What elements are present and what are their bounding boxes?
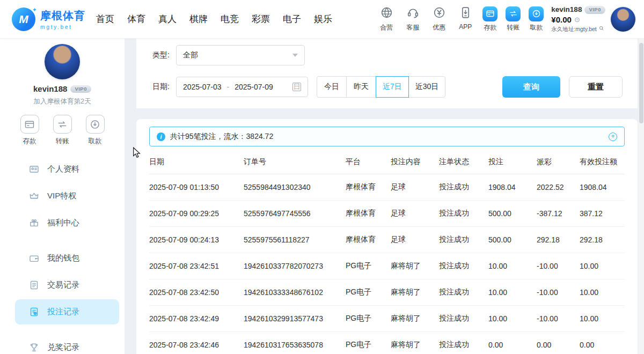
cell-bet: 10.00 bbox=[488, 306, 537, 332]
sidebar-item-profile[interactable]: 个人资料 bbox=[15, 157, 119, 182]
sidebar-item-transactions[interactable]: 交易记录 bbox=[15, 272, 119, 298]
col-bet: 投注 bbox=[488, 149, 537, 174]
promo-button[interactable]: 优惠 bbox=[429, 6, 449, 32]
expand-icon[interactable]: + bbox=[609, 132, 617, 141]
cell-date: 2025-07-09 01:13:50 bbox=[149, 174, 244, 201]
username: kevin188 bbox=[551, 5, 582, 14]
sidebar-deposit-button[interactable]: 存款 bbox=[20, 115, 39, 146]
nav-item-cards[interactable]: 棋牌 bbox=[189, 13, 208, 25]
bet-record-icon bbox=[29, 307, 39, 317]
cell-date: 2025-07-08 23:42:51 bbox=[149, 253, 244, 279]
withdraw-icon bbox=[86, 115, 105, 134]
cell-content: 麻将胡了 bbox=[391, 306, 439, 332]
cell-order-no: 5255975561118227 bbox=[244, 227, 346, 253]
nav-item-live[interactable]: 真人 bbox=[158, 13, 177, 25]
sidebar-item-wallet[interactable]: 我的钱包 bbox=[15, 246, 119, 271]
cell-platform: PG电子 bbox=[346, 332, 391, 354]
cell-payout: -10.00 bbox=[537, 279, 580, 306]
range-today-button[interactable]: 今日 bbox=[317, 76, 347, 98]
customer-service-button[interactable]: 客服 bbox=[403, 6, 422, 32]
cell-date: 2025-07-09 00:24:13 bbox=[149, 227, 244, 253]
date-label: 日期: bbox=[152, 82, 170, 92]
query-button[interactable]: 查询 bbox=[502, 76, 560, 98]
sidebar-item-prize-records[interactable]: 兑奖记录 bbox=[15, 335, 119, 354]
cell-order-no: 5255984491302340 bbox=[244, 174, 346, 201]
sidebar-item-label: 交易记录 bbox=[47, 280, 79, 290]
nav-item-home[interactable]: 首页 bbox=[96, 13, 114, 25]
cell-status: 投注成功 bbox=[439, 279, 488, 306]
cell-content: 麻将胡了 bbox=[391, 253, 439, 279]
date-range-picker[interactable]: 2025-07-03 - 2025-07-09 日 bbox=[176, 77, 308, 97]
app-download-label: APP bbox=[459, 23, 472, 31]
date-start-value: 2025-07-03 bbox=[183, 83, 222, 91]
nav-item-entertainment[interactable]: 娱乐 bbox=[314, 13, 332, 25]
nav-item-esports[interactable]: 电竞 bbox=[221, 13, 239, 25]
cell-payout: 2022.52 bbox=[537, 174, 580, 201]
document-icon bbox=[29, 280, 39, 290]
range-yesterday-button[interactable]: 昨天 bbox=[346, 76, 376, 98]
permanent-domain: 永久地址:mgty.bet bbox=[551, 26, 596, 33]
sidebar-item-label: 兑奖记录 bbox=[47, 342, 79, 352]
cell-status: 投注成功 bbox=[439, 174, 488, 201]
sidebar-transfer-button[interactable]: 转账 bbox=[53, 115, 72, 146]
table-row: 2025-07-08 23:42:491942610329913577473PG… bbox=[149, 306, 625, 332]
withdraw-icon bbox=[529, 6, 544, 21]
sidebar-withdraw-button[interactable]: 取款 bbox=[86, 115, 105, 146]
cell-valid-bet: 292.18 bbox=[580, 227, 625, 253]
cell-order-no: 1942610337782070273 bbox=[244, 253, 346, 279]
records-card: i 共计95笔投注，流水：3824.72 + 日期 订单号 平台 投注内容 注单… bbox=[136, 119, 638, 354]
sidebar-avatar[interactable] bbox=[45, 44, 80, 79]
sidebar-item-bet-records[interactable]: 投注记录 bbox=[15, 299, 119, 324]
main-nav: 首页 体育 真人 棋牌 电竞 彩票 电子 娱乐 bbox=[96, 13, 332, 25]
cell-status: 投注成功 bbox=[439, 201, 488, 227]
deposit-button[interactable]: 存款 bbox=[482, 6, 497, 32]
magnifier-icon[interactable] bbox=[599, 26, 604, 33]
table-row: 2025-07-09 00:24:135255975561118227摩根体育足… bbox=[149, 227, 625, 253]
summary-banner: i 共计95笔投注，流水：3824.72 + bbox=[149, 127, 625, 146]
sidebar-menu: 个人资料 VIP特权 福利中心 我的钱包 交易记录 投注记录 bbox=[0, 157, 125, 354]
transfer-label: 转账 bbox=[507, 23, 519, 32]
cell-valid-bet: 387.12 bbox=[580, 201, 625, 227]
type-select[interactable]: 全部 bbox=[176, 45, 305, 65]
chevron-down-icon bbox=[292, 54, 298, 57]
range-30days-button[interactable]: 近30日 bbox=[408, 76, 446, 98]
withdraw-button[interactable]: 取款 bbox=[529, 6, 544, 32]
scrollbar-thumb[interactable] bbox=[639, 43, 643, 123]
site-logo[interactable]: M✦ 摩根体育 mgty.bet bbox=[12, 8, 85, 31]
cell-content: 足球 bbox=[391, 227, 439, 253]
cell-valid-bet: 1908.04 bbox=[580, 174, 625, 201]
partner-button[interactable]: 合营 bbox=[377, 6, 396, 32]
app-download-button[interactable]: APP bbox=[456, 6, 475, 32]
table-row: 2025-07-08 23:42:461942610317653635078PG… bbox=[149, 332, 625, 354]
cell-content: 麻将胡了 bbox=[391, 332, 439, 354]
cell-status: 投注成功 bbox=[439, 253, 488, 279]
main-content: 类型: 全部 日期: 2025-07-03 - 2025-07-09 日 今日 … bbox=[136, 39, 638, 354]
bet-records-table: 日期 订单号 平台 投注内容 注单状态 投注 派彩 有效投注额 2025-07-… bbox=[149, 149, 625, 354]
promo-label: 优惠 bbox=[433, 23, 445, 32]
table-row: 2025-07-08 23:42:511942610337782070273PG… bbox=[149, 253, 625, 279]
reset-button[interactable]: 重置 bbox=[569, 76, 623, 98]
cell-valid-bet: 10.00 bbox=[580, 306, 625, 332]
cell-platform: PG电子 bbox=[346, 279, 391, 306]
range-7days-button[interactable]: 近7日 bbox=[376, 76, 409, 98]
nav-item-sports[interactable]: 体育 bbox=[127, 13, 145, 25]
balance-refresh-icon[interactable]: ⊙ bbox=[574, 16, 580, 24]
header-avatar[interactable] bbox=[611, 7, 635, 32]
sidebar-item-vip[interactable]: VIP特权 bbox=[15, 183, 119, 209]
trophy-icon bbox=[29, 342, 39, 352]
cell-bet: 500.00 bbox=[488, 227, 537, 253]
cell-bet: 0.00 bbox=[488, 332, 537, 354]
transfer-button[interactable]: 转账 bbox=[506, 6, 521, 32]
page-scrollbar[interactable] bbox=[639, 39, 644, 354]
cell-valid-bet: 10.00 bbox=[580, 279, 625, 306]
nav-item-lottery[interactable]: 彩票 bbox=[252, 13, 270, 25]
cell-payout: -10.00 bbox=[537, 306, 580, 332]
type-label: 类型: bbox=[152, 50, 170, 60]
nav-item-slots[interactable]: 电子 bbox=[283, 13, 301, 25]
cell-bet: 500.00 bbox=[488, 201, 537, 227]
cell-platform: 摩根体育 bbox=[346, 174, 391, 201]
date-separator: - bbox=[227, 83, 230, 91]
cell-order-no: 1942610333348676102 bbox=[244, 279, 346, 306]
cell-order-no: 1942610329913577473 bbox=[244, 306, 346, 332]
sidebar-item-welfare[interactable]: 福利中心 bbox=[15, 210, 119, 235]
